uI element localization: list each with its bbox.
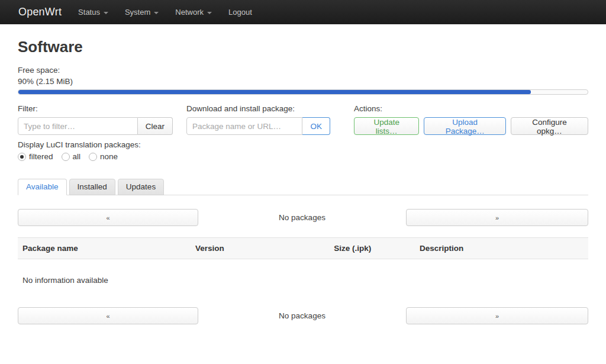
column-header-size: Size (.ipk)	[329, 238, 415, 259]
download-section: Download and install package: OK	[186, 104, 330, 135]
radio-label: all	[73, 152, 81, 161]
configure-opkg-button[interactable]: Configure opkg…	[511, 117, 588, 135]
free-space-value: 90% (2.15 MiB)	[18, 77, 588, 86]
actions-section: Actions: Update lists… Upload Package… C…	[354, 104, 588, 135]
tab-installed[interactable]: Installed	[69, 179, 115, 195]
tab-updates[interactable]: Updates	[118, 179, 164, 195]
column-header-version: Version	[191, 238, 329, 259]
next-page-button[interactable]: »	[406, 209, 588, 226]
nav-item-label: Network	[175, 8, 204, 17]
free-space-progressbar	[18, 89, 588, 95]
tab-available[interactable]: Available	[18, 179, 67, 195]
free-space-section: Free space: 90% (2.15 MiB)	[18, 66, 588, 95]
radio-label: filtered	[29, 152, 53, 161]
free-space-progress-fill	[18, 90, 531, 94]
brand-logo[interactable]: OpenWrt	[18, 6, 62, 18]
column-header-package-name: Package name	[18, 238, 191, 259]
chevron-down-icon	[207, 12, 212, 14]
upload-package-button[interactable]: Upload Package…	[424, 117, 505, 135]
clear-filter-button[interactable]: Clear	[138, 117, 173, 135]
translation-section: Display LuCI translation packages: filte…	[18, 140, 588, 161]
nav-item-logout[interactable]: Logout	[220, 0, 260, 24]
table-header-row: Package name Version Size (.ipk) Descrip…	[18, 238, 588, 259]
pager-bottom: « No packages »	[18, 307, 588, 324]
controls-row: Filter: Clear Download and install packa…	[18, 104, 588, 135]
chevron-down-icon	[104, 12, 108, 14]
nav-item-label: Logout	[228, 8, 252, 17]
radio-option-none[interactable]: none	[89, 152, 118, 161]
page-title: Software	[18, 38, 588, 56]
chevron-down-icon	[154, 12, 159, 14]
nav-item-network[interactable]: Network	[167, 0, 220, 24]
nav-item-label: Status	[78, 8, 100, 17]
actions-label: Actions:	[354, 104, 588, 113]
top-navbar: OpenWrt Status System Network Logout	[0, 0, 606, 24]
pager-status: No packages	[198, 311, 406, 320]
ok-button[interactable]: OK	[302, 117, 330, 135]
radio-label: none	[100, 152, 118, 161]
table-empty-message: No information available	[18, 259, 588, 285]
package-url-input[interactable]	[186, 117, 302, 135]
pager-top: « No packages »	[18, 209, 588, 226]
update-lists-button[interactable]: Update lists…	[354, 117, 419, 135]
pager-status: No packages	[198, 213, 406, 222]
radio-option-all[interactable]: all	[62, 152, 81, 161]
nav-item-status[interactable]: Status	[70, 0, 117, 24]
filter-input[interactable]	[18, 117, 138, 135]
radio-filtered[interactable]	[18, 153, 26, 161]
package-table: Package name Version Size (.ipk) Descrip…	[18, 237, 588, 259]
free-space-label: Free space:	[18, 66, 588, 75]
prev-page-button[interactable]: «	[18, 307, 198, 324]
download-label: Download and install package:	[186, 104, 330, 113]
column-header-description: Description	[415, 238, 588, 259]
package-tabs: Available Installed Updates	[18, 178, 588, 195]
radio-none[interactable]	[89, 153, 97, 161]
next-page-button[interactable]: »	[406, 307, 588, 324]
radio-all[interactable]	[62, 153, 70, 161]
filter-label: Filter:	[18, 104, 173, 113]
main-content: Software Free space: 90% (2.15 MiB) Filt…	[0, 38, 606, 324]
translation-label: Display LuCI translation packages:	[18, 140, 588, 149]
prev-page-button[interactable]: «	[18, 209, 198, 226]
radio-option-filtered[interactable]: filtered	[18, 152, 53, 161]
filter-section: Filter: Clear	[18, 104, 173, 135]
nav-item-label: System	[125, 8, 150, 17]
nav-item-system[interactable]: System	[117, 0, 167, 24]
